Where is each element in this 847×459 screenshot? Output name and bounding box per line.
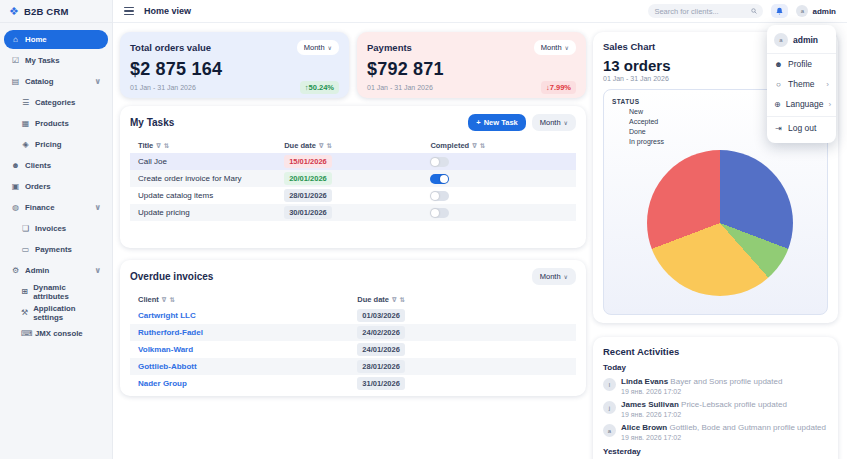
- panel-title: Recent Activities: [603, 346, 828, 357]
- column-label: Completed: [430, 141, 469, 150]
- tasks-period-dropdown[interactable]: Month ∨: [532, 114, 576, 131]
- chevron-down-icon: ∨: [95, 266, 102, 275]
- sidebar-item[interactable]: ☰ Categories ∨: [14, 93, 108, 112]
- column-header: Completed ∇ ⇅: [430, 141, 568, 150]
- client-link[interactable]: Cartwright LLC: [138, 311, 357, 320]
- menu-item[interactable]: ○ Theme ›: [767, 74, 836, 94]
- payments-period-dropdown[interactable]: Month ∨: [534, 40, 576, 55]
- filter-icon[interactable]: ∇: [319, 142, 324, 150]
- dropdown-value: Month: [541, 43, 562, 52]
- menu-item[interactable]: ☻ Profile ›: [767, 54, 836, 74]
- sort-icon[interactable]: ⇅: [326, 142, 331, 150]
- sort-icon[interactable]: ⇅: [480, 142, 485, 150]
- invoices-table-header: Client ∇ ⇅ Due date ∇ ⇅: [130, 292, 576, 307]
- orders-icon: ▣: [11, 182, 20, 191]
- table-row: Rutherford-Fadel 24/02/2026: [130, 324, 576, 341]
- jmx-console-icon: ⌨: [21, 329, 30, 338]
- column-label: Due date: [357, 295, 389, 304]
- table-row: Volkman-Ward 24/01/2026: [130, 341, 576, 358]
- sidebar-item-label: Payments: [35, 245, 72, 254]
- completed-toggle[interactable]: [430, 208, 449, 218]
- search-icon: [751, 7, 757, 15]
- sidebar-item[interactable]: ⊞ Dynamic attributes ∨: [14, 282, 108, 301]
- sort-icon[interactable]: ⇅: [169, 296, 174, 304]
- activity-time: 19 янв. 2026 17:02: [621, 388, 782, 395]
- invoices-period-dropdown[interactable]: Month ∨: [532, 268, 576, 285]
- sidebar-item[interactable]: ⌨ JMX console ∨: [14, 324, 108, 343]
- legend-item[interactable]: New: [612, 108, 664, 115]
- sidebar-item[interactable]: ⚙ Admin ∨: [4, 261, 108, 280]
- new-task-button[interactable]: + New Task: [468, 114, 525, 131]
- filter-icon[interactable]: ∇: [156, 142, 161, 150]
- pie-chart[interactable]: [647, 150, 793, 296]
- sidebar-item[interactable]: ▭ Payments ∨: [14, 240, 108, 259]
- sidebar-item[interactable]: ⚒ Application settings ∨: [14, 303, 108, 322]
- completed-toggle[interactable]: [430, 157, 449, 167]
- sidebar-item[interactable]: ⌂ Home ∨: [4, 30, 108, 49]
- due-date-badge: 24/01/2026: [357, 343, 405, 356]
- sidebar-item-label: Invoices: [35, 224, 66, 233]
- sort-icon[interactable]: ⇅: [164, 142, 169, 150]
- panel-title: Overdue invoices: [130, 271, 213, 282]
- due-date-badge: 15/01/2026: [284, 155, 332, 168]
- legend-items: New Accepted Done: [612, 108, 664, 145]
- table-row[interactable]: Update catalog items 28/01/2026: [130, 187, 576, 204]
- table-row[interactable]: Call Joe 15/01/2026: [130, 153, 576, 170]
- sidebar-nav: ⌂ Home ∨ ☑ My Tasks ∨ ▤ Catalog ∨ ☰: [0, 23, 112, 350]
- sidebar-item[interactable]: ▣ Orders ∨: [4, 177, 108, 196]
- sidebar-item-label: My Tasks: [25, 56, 60, 65]
- sidebar-item[interactable]: ◈ Pricing ∨: [14, 135, 108, 154]
- main-content: Total orders value Month ∨ $2 875 164 01…: [113, 23, 847, 459]
- avatar: a: [796, 5, 808, 17]
- legend-title: STATUS: [612, 98, 664, 105]
- sidebar-item[interactable]: ◍ Finance ∨: [4, 198, 108, 217]
- task-title: Call Joe: [138, 157, 284, 166]
- client-link[interactable]: Volkman-Ward: [138, 345, 357, 354]
- search-input[interactable]: [654, 7, 751, 16]
- hamburger-menu-icon[interactable]: [124, 7, 134, 15]
- payments-card: Payments Month ∨ $792 871 01 Jan - 31 Ja…: [357, 32, 586, 98]
- completed-toggle[interactable]: [430, 174, 449, 184]
- table-row: Gottlieb-Abbott 28/01/2026: [130, 358, 576, 375]
- filter-icon[interactable]: ∇: [472, 142, 477, 150]
- completed-toggle[interactable]: [430, 191, 449, 201]
- legend-item[interactable]: In progress: [612, 138, 664, 145]
- legend-item[interactable]: Done: [612, 128, 664, 135]
- sidebar-item-label: JMX console: [35, 329, 83, 338]
- filter-icon[interactable]: ∇: [392, 296, 397, 304]
- legend-item[interactable]: Accepted: [612, 118, 664, 125]
- menu-item[interactable]: ⊕ Language ›: [767, 94, 836, 114]
- menu-item[interactable]: ⇥ Log out ›: [767, 116, 836, 138]
- chart-legend: STATUS New Accepted: [612, 98, 664, 148]
- table-row[interactable]: Update pricing 30/01/2026: [130, 204, 576, 221]
- tasks-table-rows: Call Joe 15/01/2026 Create order invoice…: [130, 153, 576, 221]
- column-header: Due date ∇ ⇅: [284, 141, 430, 150]
- user-menu-trigger[interactable]: a admin: [796, 5, 836, 17]
- activity-time: 19 янв. 2026 17:02: [621, 434, 826, 441]
- sidebar-item[interactable]: ❏ Invoices ∨: [14, 219, 108, 238]
- panel-title: My Tasks: [130, 117, 174, 128]
- sidebar-item[interactable]: ▤ Catalog ∨: [4, 72, 108, 91]
- legend-swatch: [612, 128, 625, 135]
- sidebar-item-label: Clients: [25, 161, 51, 170]
- stat-title: Total orders value: [130, 42, 211, 53]
- column-header: Title ∇ ⇅: [138, 141, 284, 150]
- table-row[interactable]: Create order invoice for Mary 20/01/2026: [130, 170, 576, 187]
- client-link[interactable]: Rutherford-Fadel: [138, 328, 357, 337]
- stat-value: $792 871: [367, 59, 576, 80]
- clients-icon: ☻: [11, 161, 20, 170]
- notifications-button[interactable]: [771, 4, 788, 18]
- sidebar-item[interactable]: ▦ Products ∨: [14, 114, 108, 133]
- sidebar-item[interactable]: ☑ My Tasks ∨: [4, 51, 108, 70]
- brand: ❖ B2B CRM: [0, 0, 112, 23]
- admin-icon: ⚙: [11, 266, 20, 275]
- filter-icon[interactable]: ∇: [162, 296, 167, 304]
- legend-label: Done: [629, 128, 646, 135]
- sidebar-item[interactable]: ☻ Clients ∨: [4, 156, 108, 175]
- client-link[interactable]: Nader Group: [138, 379, 357, 388]
- client-link[interactable]: Gottlieb-Abbott: [138, 362, 357, 371]
- sort-icon[interactable]: ⇅: [400, 296, 405, 304]
- bell-icon: [775, 7, 784, 16]
- total-orders-period-dropdown[interactable]: Month ∨: [297, 40, 339, 55]
- app-root: ❖ B2B CRM ⌂ Home ∨ ☑ My Tasks ∨ ▤: [0, 0, 847, 459]
